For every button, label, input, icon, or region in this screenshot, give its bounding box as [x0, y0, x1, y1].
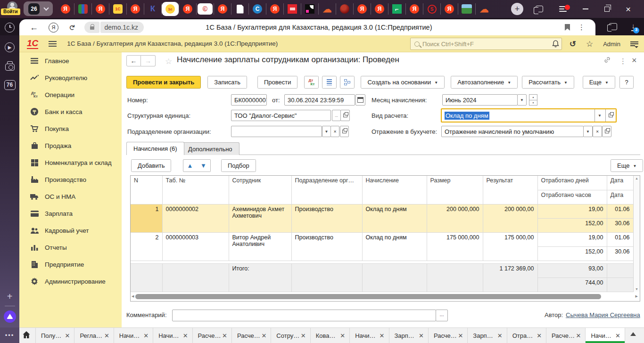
taskbar-tab[interactable]: Расче…✕	[546, 328, 586, 343]
sidebar-item-11[interactable]: Кадровый учет	[19, 222, 122, 239]
browser-tab[interactable]	[74, 3, 91, 15]
sidebar-item-13[interactable]: Предприятие	[19, 256, 122, 273]
restore-button[interactable]	[604, 7, 610, 12]
sidebar-item-4[interactable]: Банк и касса	[19, 103, 122, 120]
browser-tab[interactable]	[458, 3, 475, 15]
browser-tab[interactable]: Я	[126, 3, 144, 15]
close-icon[interactable]: ✕	[458, 332, 463, 339]
table-row[interactable]: 2 0000000003 Витор Андрей Анатоливич Про…	[131, 232, 633, 246]
close-icon[interactable]: ✕	[301, 332, 306, 339]
favorites-icon[interactable]: ☆	[586, 39, 593, 49]
browser-tab[interactable]: Я	[179, 3, 196, 15]
browser-tab[interactable]: Я	[91, 3, 109, 15]
unit-open-button[interactable]	[340, 110, 350, 121]
sidebar-item-5[interactable]: Покупка	[19, 120, 122, 137]
screenshot-icon[interactable]	[0, 57, 19, 75]
doc-close-icon[interactable]: ×	[632, 56, 637, 65]
yandex-icon[interactable]: Я	[49, 23, 58, 33]
department-dropdown-button[interactable]: ▼	[322, 126, 331, 137]
browser-tab[interactable]: Я	[57, 3, 74, 15]
month-spinner[interactable]: ▲▼	[529, 94, 537, 106]
taskbar-tab[interactable]: Кова…✕	[311, 328, 350, 343]
browser-tab[interactable]: К	[144, 3, 161, 15]
sidebar-item-10[interactable]: Зарплата	[19, 205, 122, 222]
department-input[interactable]	[231, 126, 322, 137]
taskbar-tab[interactable]: Расче…✕	[232, 328, 271, 343]
home-icon[interactable]	[22, 331, 32, 339]
date-input[interactable]: 30.06.2024 23:59:59	[284, 94, 355, 106]
sidebar-item-14[interactable]: Администрирование	[19, 273, 122, 290]
taskbar-tab[interactable]: Начи…✕	[114, 328, 153, 343]
close-icon[interactable]: ✕	[380, 332, 385, 339]
tab-group-counter[interactable]: 26	[24, 1, 53, 16]
sidebar-item-2[interactable]: Руководителю	[19, 69, 122, 86]
taskbar-tab[interactable]: Полу…✕	[35, 328, 74, 343]
doc-kebab-icon[interactable]: ⋮	[619, 57, 627, 65]
author-link[interactable]: Сычева Мария Сергеевна	[566, 311, 640, 318]
notifications-icon[interactable]	[552, 40, 560, 48]
sidebar-item-9[interactable]: ОС и НМА	[19, 188, 122, 205]
col-tab-no[interactable]: Таб. №	[162, 176, 229, 204]
pick-button[interactable]: Подбор	[221, 159, 256, 172]
col-result[interactable]: Результат	[483, 176, 537, 204]
taskbar-tab[interactable]: Расче…✕	[193, 328, 232, 343]
browser-tab[interactable]: Я	[440, 3, 458, 15]
add-row-button[interactable]: Добавить	[131, 159, 171, 172]
close-icon[interactable]: ✕	[104, 332, 109, 339]
department-clear-button[interactable]: ✕	[330, 126, 339, 137]
video-icon[interactable]: ▶	[0, 38, 19, 57]
month-dropdown-button[interactable]: ▼	[517, 94, 527, 106]
settings-menu-icon[interactable]	[630, 41, 638, 46]
unit-input[interactable]: ТОО "Диалог-Сервис"	[231, 110, 331, 121]
col-worked-hours[interactable]: Отработано часов	[537, 190, 607, 204]
doc-favorite-icon[interactable]: ☆	[165, 57, 172, 66]
history-icon[interactable]	[0, 20, 19, 34]
unit-pick-button[interactable]: ...	[332, 110, 341, 121]
app-search-input[interactable]: Поиск Ctrl+Shift+F	[410, 38, 562, 50]
browser-tab[interactable]: Я	[371, 3, 388, 15]
browser-tab[interactable]: ¬	[388, 3, 405, 15]
taskbar-tab[interactable]: Сотру…✕	[271, 328, 310, 343]
sidepanel-more-icon[interactable]: •••	[0, 327, 19, 343]
browser-tab[interactable]: ©	[196, 3, 214, 15]
dt-kt-button[interactable]: ДтКт	[304, 76, 319, 89]
close-icon[interactable]: ✕	[143, 332, 149, 339]
col-amount[interactable]: Размер	[427, 176, 483, 204]
taskbar-tab[interactable]: Расче…✕	[429, 328, 468, 343]
comment-pick-button[interactable]: ...	[436, 310, 448, 321]
taskbar-up-icon[interactable]	[630, 332, 636, 336]
col-date-to[interactable]: Дата	[607, 190, 633, 204]
browser-menu-icon[interactable]	[559, 6, 567, 12]
close-icon[interactable]: ✕	[183, 332, 188, 339]
table-more-button[interactable]: Еще▼	[611, 159, 643, 172]
move-down-button[interactable]: ▼	[197, 159, 211, 172]
help-button[interactable]: ?	[619, 76, 634, 89]
calc-type-input[interactable]: Оклад по дням ▼	[441, 108, 617, 122]
counter-badge[interactable]: 76	[0, 75, 19, 94]
taskbar-tab[interactable]: Начи…✕	[153, 328, 192, 343]
tab-accruals[interactable]: Начисления (6)	[126, 142, 184, 155]
close-icon[interactable]: ✕	[497, 332, 503, 339]
close-icon[interactable]: ✕	[261, 332, 266, 339]
table-vertical-scrollbar[interactable]: ▲▼	[633, 176, 640, 292]
minimize-button[interactable]	[583, 8, 588, 9]
calc-type-open-button[interactable]	[605, 109, 616, 122]
related-docs-button[interactable]	[340, 76, 355, 89]
col-n[interactable]: N	[131, 176, 162, 204]
back-icon[interactable]: ←	[30, 23, 38, 33]
close-icon[interactable]: ✕	[222, 332, 227, 339]
list-button[interactable]	[322, 76, 337, 89]
month-input[interactable]: Июнь 2024	[442, 94, 518, 106]
browser-tab[interactable]: Я	[214, 3, 231, 15]
sidebar-item-1[interactable]: Главное	[19, 52, 122, 69]
col-department[interactable]: Подразделение орг…	[291, 176, 362, 204]
close-icon[interactable]: ✕	[419, 332, 424, 339]
col-date-from[interactable]: Дата	[607, 176, 633, 190]
taskbar-tab[interactable]: Начи…✕	[350, 328, 389, 343]
col-worked-days[interactable]: Отработано дней	[537, 176, 607, 190]
browser-tab[interactable]	[301, 3, 318, 15]
1c-logo[interactable]: 1С	[27, 39, 38, 49]
close-icon[interactable]: ✕	[615, 332, 620, 339]
sidebar-item-8[interactable]: Производство	[19, 171, 122, 188]
close-icon[interactable]: ✕	[537, 332, 542, 339]
